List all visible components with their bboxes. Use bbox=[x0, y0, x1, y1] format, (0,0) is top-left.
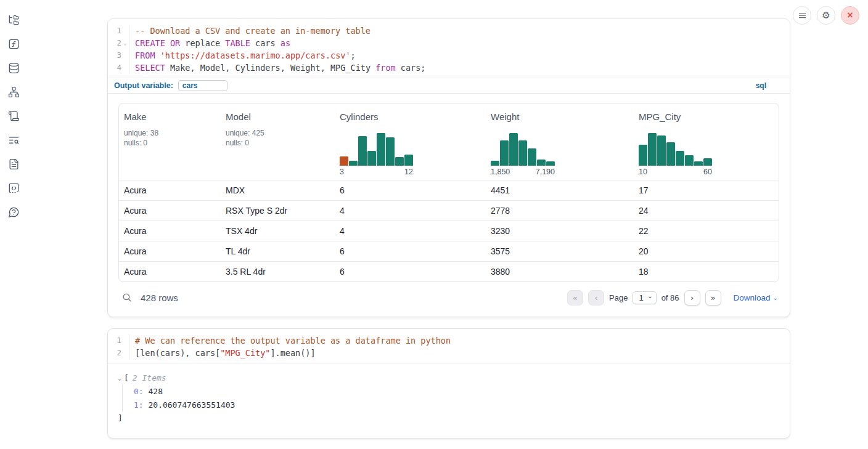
table-row[interactable]: Acura 3.5 RL 4dr 6 3880 18 bbox=[119, 261, 779, 281]
select-chevron-icon: ⌄ bbox=[647, 293, 652, 299]
menu-icon bbox=[798, 11, 807, 20]
table-footer: 428 rows « ‹ Page 1 ⌄ of 86 › » Download… bbox=[118, 286, 779, 309]
line-number: 3 bbox=[108, 49, 121, 62]
sidebar-scratchpad-button[interactable] bbox=[7, 109, 20, 123]
column-header-weight[interactable]: Weight 1,850 7,190 bbox=[486, 110, 634, 180]
dependency-graph-icon bbox=[8, 86, 20, 98]
column-stat: nulls: 0 bbox=[124, 138, 221, 148]
range-max: 60 bbox=[703, 168, 712, 176]
prev-page-button[interactable]: ‹ bbox=[588, 290, 604, 305]
tree-entry: 1: 20.060747663551403 bbox=[134, 398, 780, 412]
sql-editor[interactable]: 1-- Download a CSV and create an in-memo… bbox=[108, 19, 790, 78]
column-header-mpg-city[interactable]: MPG_City 10 60 bbox=[634, 110, 779, 180]
tree-entry-index: 0: bbox=[134, 387, 144, 396]
settings-button[interactable]: ⚙ bbox=[817, 6, 835, 25]
close-button[interactable]: × bbox=[841, 6, 859, 25]
sidebar-logs-button[interactable] bbox=[7, 133, 20, 147]
range-min: 10 bbox=[639, 168, 647, 176]
fold-chevron-icon[interactable]: ⌄ bbox=[121, 37, 129, 49]
line-number: 2 bbox=[108, 37, 121, 49]
output-variable-bar: Output variable: sql bbox=[108, 78, 790, 94]
code-line: 1-- Download a CSV and create an in-memo… bbox=[108, 25, 790, 37]
page-select[interactable]: 1 ⌄ bbox=[633, 291, 656, 304]
page-select-value: 1 bbox=[639, 293, 643, 302]
code-text: FROM 'https://datasets.marimo.app/cars.c… bbox=[129, 49, 790, 62]
sidebar-documentation-button[interactable] bbox=[7, 157, 20, 171]
download-chevron-icon: ⌄ bbox=[773, 294, 778, 301]
first-page-icon: « bbox=[573, 293, 578, 302]
output-variable-label: Output variable: bbox=[114, 81, 173, 90]
code-line: 2[len(cars), cars["MPG_City"].mean()] bbox=[108, 347, 790, 359]
column-stat: unique: 425 bbox=[226, 128, 335, 138]
next-page-icon: › bbox=[690, 293, 694, 302]
search-button[interactable] bbox=[122, 293, 133, 303]
code-snippet-icon bbox=[8, 182, 20, 194]
file-tree-icon bbox=[8, 14, 20, 26]
menu-button[interactable] bbox=[793, 6, 811, 25]
first-page-button[interactable]: « bbox=[567, 290, 583, 305]
sidebar-file-explorer-button[interactable] bbox=[7, 13, 20, 26]
column-stat: nulls: 0 bbox=[226, 138, 335, 148]
table-row[interactable]: Acura MDX 6 4451 17 bbox=[119, 180, 779, 200]
table-row[interactable]: Acura TSX 4dr 4 3230 22 bbox=[119, 220, 779, 241]
python-editor[interactable]: 1# We can reference the output variable … bbox=[108, 329, 790, 363]
mpg-city-histogram[interactable] bbox=[639, 131, 712, 166]
window-controls: ⚙ × bbox=[793, 6, 859, 25]
code-text: -- Download a CSV and create an in-memor… bbox=[129, 25, 790, 37]
data-table: Make unique: 38 nulls: 0 Model unique: 4… bbox=[118, 103, 779, 282]
output-variable-input[interactable] bbox=[178, 80, 227, 91]
prev-page-icon: ‹ bbox=[594, 293, 597, 302]
code-line: 4SELECT Make, Model, Cylinders, Weight, … bbox=[108, 62, 790, 74]
scroll-icon bbox=[8, 110, 20, 122]
code-text: # We can reference the output variable a… bbox=[129, 334, 790, 347]
range-max: 7,190 bbox=[536, 168, 555, 176]
document-icon bbox=[8, 158, 20, 170]
code-text: SELECT Make, Model, Cylinders, Weight, M… bbox=[129, 62, 790, 74]
next-page-button[interactable]: › bbox=[684, 290, 700, 305]
sql-cell: 1-- Download a CSV and create an in-memo… bbox=[107, 18, 790, 317]
page-of-label: of 86 bbox=[661, 293, 679, 302]
sidebar-dependencies-button[interactable] bbox=[7, 85, 20, 99]
last-page-icon: » bbox=[711, 293, 716, 302]
cylinders-histogram[interactable] bbox=[340, 131, 413, 166]
tree-entry: 0: 428 bbox=[134, 385, 780, 398]
sql-output-area: Make unique: 38 nulls: 0 Model unique: 4… bbox=[108, 94, 790, 313]
language-badge: sql bbox=[756, 81, 766, 90]
range-min: 3 bbox=[340, 168, 344, 176]
python-output-tree: ⌄ [ 2 Items 0: 428 1: 20.060747663551403… bbox=[108, 363, 790, 431]
range-min: 1,850 bbox=[491, 168, 510, 176]
help-icon bbox=[8, 206, 20, 218]
tree-collapse-chevron-icon[interactable]: ⌄ bbox=[118, 371, 121, 385]
line-number: 2 bbox=[108, 347, 121, 359]
column-header-model[interactable]: Model unique: 425 nulls: 0 bbox=[221, 110, 335, 180]
search-icon bbox=[122, 293, 133, 303]
table-row[interactable]: Acura TL 4dr 6 3575 20 bbox=[119, 241, 779, 261]
code-line: 3FROM 'https://datasets.marimo.app/cars.… bbox=[108, 49, 790, 62]
close-icon: × bbox=[847, 10, 853, 21]
sidebar bbox=[0, 0, 27, 449]
line-number: 1 bbox=[108, 25, 121, 37]
range-max: 12 bbox=[404, 168, 413, 176]
tree-close-bracket: ] bbox=[118, 412, 780, 424]
sidebar-help-button[interactable] bbox=[7, 205, 20, 219]
function-icon bbox=[8, 38, 20, 50]
sidebar-snippets-button[interactable] bbox=[7, 181, 20, 195]
column-header-make[interactable]: Make unique: 38 nulls: 0 bbox=[119, 110, 221, 180]
column-stat: unique: 38 bbox=[124, 128, 221, 138]
table-row[interactable]: Acura RSX Type S 2dr 4 2778 24 bbox=[119, 200, 779, 220]
gear-icon: ⚙ bbox=[822, 10, 830, 21]
last-page-button[interactable]: » bbox=[705, 290, 721, 305]
search-list-icon bbox=[8, 134, 20, 146]
sidebar-datasources-button[interactable] bbox=[7, 61, 20, 75]
sidebar-functions-button[interactable] bbox=[7, 37, 20, 51]
download-button[interactable]: Download ⌄ bbox=[734, 293, 778, 302]
pagination: « ‹ Page 1 ⌄ of 86 › » bbox=[567, 290, 721, 305]
tree-entry-value: 20.060747663551403 bbox=[148, 400, 235, 410]
weight-histogram[interactable] bbox=[491, 131, 555, 166]
line-number: 4 bbox=[108, 62, 121, 74]
column-header-cylinders[interactable]: Cylinders 3 12 bbox=[335, 110, 486, 180]
tree-entry-value: 428 bbox=[148, 387, 162, 396]
python-cell: 1# We can reference the output variable … bbox=[107, 328, 790, 439]
table-header-row: Make unique: 38 nulls: 0 Model unique: 4… bbox=[119, 103, 779, 180]
code-text: CREATE OR replace TABLE cars as bbox=[129, 37, 790, 49]
